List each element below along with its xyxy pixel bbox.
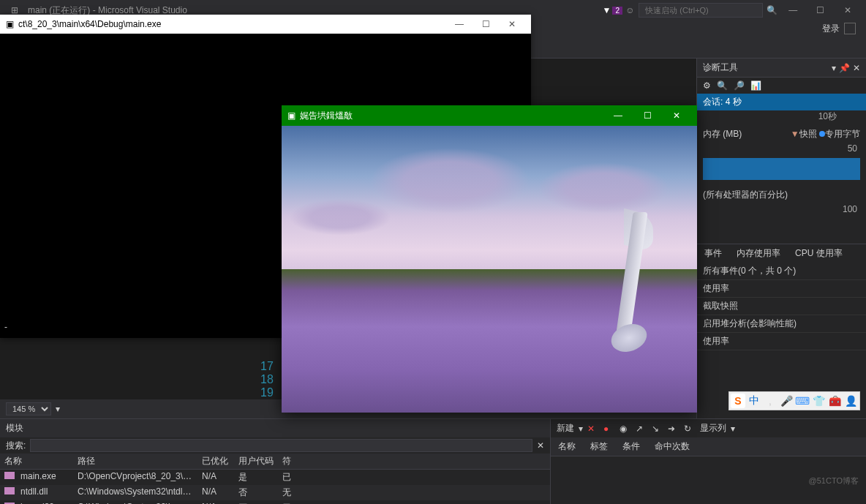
pin-icon[interactable]: 📌 [839, 63, 850, 73]
chart-icon[interactable]: 📊 [750, 80, 761, 91]
minimize-button[interactable]: — [780, 5, 805, 15]
export-icon[interactable]: ↗ [636, 424, 647, 434]
ime-lang[interactable]: 中 [747, 394, 761, 408]
modules-search-input[interactable] [30, 439, 532, 452]
console-title: ct\8_20_3\main\x64\Debug\main.exe [18, 19, 161, 29]
diag-events-row[interactable]: 所有事件(0 个，共 0 个) [697, 263, 866, 280]
zoom-select[interactable]: 145 % [6, 402, 51, 415]
search-label: 搜索: [6, 440, 26, 452]
bp-headers: 名称 标签 条件 命中次数 [551, 437, 866, 456]
refresh-icon[interactable]: ↻ [684, 424, 696, 434]
toggle-bp-icon[interactable]: ● [603, 424, 615, 434]
image-icon: ▣ [287, 110, 295, 121]
keyboard-icon[interactable]: ⌨ [795, 394, 810, 408]
cpu-chart: (所有处理器的百分比) 100 [697, 186, 866, 244]
diag-session-label: 会话: 4 秒 [697, 94, 866, 110]
img-maximize[interactable]: ☐ [633, 110, 662, 121]
bp-toolbar: 新建▾ ✕ ● ◉ ↗ ↘ ➜ ↻ 显示列▾ [551, 419, 866, 437]
console-close[interactable]: ✕ [499, 19, 525, 29]
tab-events[interactable]: 事件 [697, 244, 729, 263]
col-opt[interactable]: 已优化 [197, 454, 234, 469]
login-link[interactable]: 登录 [822, 23, 840, 35]
close-button[interactable]: ✕ [835, 5, 860, 15]
console-maximize[interactable]: ☐ [472, 19, 499, 29]
new-button[interactable]: 新建 [557, 422, 574, 435]
zoom-out-icon[interactable]: 🔎 [734, 80, 745, 91]
clear-icon[interactable]: ✕ [537, 440, 544, 451]
window-controls: — ☐ ✕ [780, 5, 860, 15]
gear-icon[interactable]: ⚙ [703, 80, 711, 91]
modules-title: 模块 [0, 419, 550, 437]
col-user[interactable]: 用户代码 [234, 454, 278, 469]
search-icon[interactable]: 🔍 [766, 4, 777, 16]
flag-icon[interactable]: ▼2 [606, 4, 618, 16]
col-path[interactable]: 路径 [73, 454, 197, 469]
table-row[interactable]: main.exeD:\OpenCVproject\8_20_3\mai...N/… [0, 470, 550, 485]
tab-memory[interactable]: 内存使用率 [729, 244, 788, 263]
goto-icon[interactable]: ➜ [668, 424, 679, 434]
console-icon: ▣ [6, 19, 14, 29]
skin-icon[interactable]: 👕 [811, 394, 826, 408]
img-minimize[interactable]: — [603, 110, 633, 121]
watermark: @51CTO博客 [809, 475, 859, 486]
diagnostic-panel: 诊断工具 ▾ 📌 ✕ ⚙ 🔍 🔎 📊 会话: 4 秒 10秒 内存 (MB) ▼… [696, 59, 866, 418]
modules-panel: 模块 搜索: ✕ 名称 路径 已优化 用户代码 符 main.exeD:\Ope… [0, 419, 550, 504]
diag-tabs: 事件 内存使用率 CPU 使用率 [697, 244, 866, 263]
col-name[interactable]: 名称 [0, 454, 73, 469]
delete-icon[interactable]: ✕ [587, 424, 599, 434]
modules-table: 名称 路径 已优化 用户代码 符 main.exeD:\OpenCVprojec… [0, 454, 550, 504]
ime-punct[interactable]: , [763, 394, 777, 408]
console-minimize[interactable]: — [446, 19, 472, 29]
toolbox-icon[interactable]: 🧰 [827, 394, 842, 408]
image-title: 娓告垬鍓熅敿 [300, 110, 353, 122]
mic-icon[interactable]: 🎤 [779, 394, 794, 408]
dropdown-icon[interactable]: ▾ [832, 63, 836, 73]
table-row[interactable]: ntdll.dllC:\Windows\System32\ntdll.dllN/… [0, 485, 550, 500]
diag-timeline: 10秒 [697, 110, 866, 125]
feedback-icon[interactable]: ☺ [624, 4, 636, 16]
show-cols-button[interactable]: 显示列 [700, 422, 726, 435]
music-note-sculpture [602, 212, 653, 358]
table-row[interactable]: kernel32.dllC:\Windows\System32\kernel3.… [0, 500, 550, 504]
memory-chart: 内存 (MB) ▼快照 专用字节 50 [697, 125, 866, 186]
person-icon[interactable] [844, 23, 856, 34]
person-ime-icon[interactable]: 👤 [843, 394, 858, 408]
import-icon[interactable]: ↘ [652, 424, 663, 434]
diag-panel-title: 诊断工具 [703, 61, 738, 74]
breakpoints-panel: 新建▾ ✕ ● ◉ ↗ ↘ ➜ ↻ 显示列▾ 名称 标签 条件 命中次数 [550, 419, 866, 504]
ime-toolbar[interactable]: S 中 , 🎤 ⌨ 👕 🧰 👤 [728, 391, 860, 410]
img-close[interactable]: ✕ [662, 110, 691, 121]
enable-icon[interactable]: ◉ [620, 424, 631, 434]
close-icon[interactable]: ✕ [853, 63, 860, 73]
tab-cpu[interactable]: CPU 使用率 [788, 244, 850, 263]
image-content [282, 126, 697, 413]
sogou-icon[interactable]: S [731, 394, 745, 408]
zoom-in-icon[interactable]: 🔍 [717, 80, 728, 91]
maximize-button[interactable]: ☐ [808, 5, 833, 15]
col-sym[interactable]: 符 [278, 454, 307, 469]
quick-launch-input[interactable] [639, 3, 763, 18]
image-window: ▣ 娓告垬鍓熅敿 — ☐ ✕ [282, 105, 697, 413]
diag-toolbar: ⚙ 🔍 🔎 📊 [697, 78, 866, 94]
